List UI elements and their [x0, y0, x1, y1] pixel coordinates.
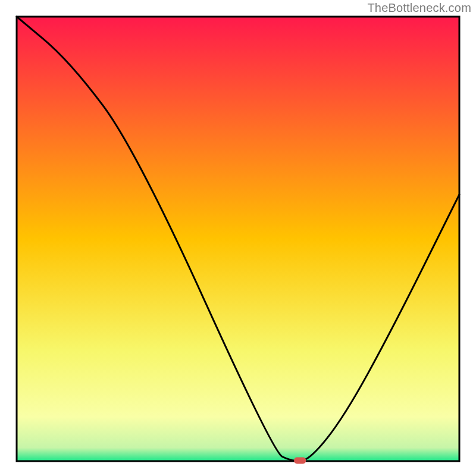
plot-background	[17, 17, 459, 461]
chart-container: { "attribution": "TheBottleneck.com", "c…	[0, 0, 476, 476]
attribution-text: TheBottleneck.com	[367, 1, 471, 15]
bottleneck-chart	[0, 0, 476, 476]
optimal-marker	[294, 458, 306, 464]
